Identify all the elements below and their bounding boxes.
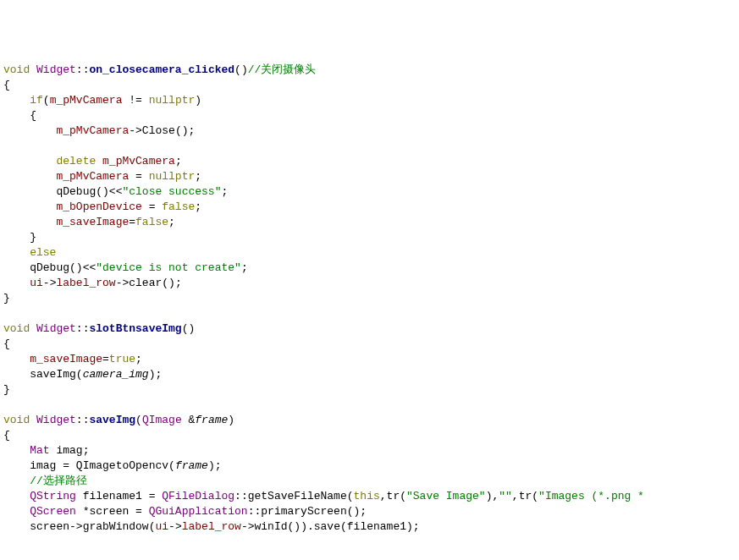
kw-if: if xyxy=(3,94,43,107)
brace: { xyxy=(3,79,10,91)
op: ()<< xyxy=(69,261,96,274)
comma: , xyxy=(512,490,519,502)
fn-call: saveImg xyxy=(30,368,76,381)
fn-call: winId xyxy=(255,520,288,533)
bool: false xyxy=(162,200,195,213)
var: screen xyxy=(30,520,69,533)
paren: ( xyxy=(43,94,50,107)
member-var: m_pMvCamera xyxy=(56,170,129,183)
scope-op: :: xyxy=(248,505,262,518)
paren: ()). xyxy=(288,520,314,533)
indent xyxy=(3,277,30,289)
arrow: -> xyxy=(116,277,130,289)
var: imag xyxy=(30,459,56,472)
arrow: -> xyxy=(129,124,142,137)
op: & xyxy=(182,414,196,426)
comment: //关闭摄像头 xyxy=(248,63,317,76)
semi: ; xyxy=(195,200,201,213)
fn-call: grabWindow xyxy=(83,520,149,533)
indent xyxy=(3,475,30,487)
sp xyxy=(96,155,102,167)
semi: ; xyxy=(195,170,201,183)
param: frame xyxy=(175,459,208,472)
fn-call: qDebug xyxy=(56,185,96,198)
paren: (); xyxy=(175,124,195,137)
op: ()<< xyxy=(96,185,122,198)
op: = xyxy=(56,459,75,472)
arrow: -> xyxy=(168,520,182,533)
cls-name: Widget xyxy=(36,414,76,426)
paren: ( xyxy=(347,490,354,502)
member-var: m_pMvCamera xyxy=(102,155,175,167)
fn-name: saveImg xyxy=(89,414,135,426)
op: = xyxy=(142,200,162,213)
param: camera_img xyxy=(83,368,149,381)
brace: } xyxy=(3,383,10,396)
paren: ), xyxy=(486,490,499,502)
fn-call: tr xyxy=(387,490,400,502)
indent xyxy=(3,368,30,381)
string: "device is not create" xyxy=(96,261,241,274)
op: != xyxy=(122,94,148,107)
brace: } xyxy=(3,292,10,305)
type: QImage xyxy=(142,414,182,426)
paren: (); xyxy=(347,505,367,518)
semi: ; xyxy=(168,216,175,228)
paren: ); xyxy=(406,520,420,533)
indent xyxy=(3,444,30,457)
paren: ( xyxy=(135,414,142,426)
fn-call: getSaveFileName xyxy=(248,490,347,502)
fn-call: qDebug xyxy=(30,261,69,274)
method-call: clear xyxy=(129,277,162,289)
kw-void: void xyxy=(3,63,30,76)
member-var: m_pMvCamera xyxy=(56,124,129,137)
type: QString xyxy=(30,490,76,502)
type: QScreen xyxy=(30,505,76,518)
indent xyxy=(3,216,56,228)
paren: ( xyxy=(400,490,406,502)
sp xyxy=(76,490,83,502)
indent xyxy=(3,490,30,502)
brace: { xyxy=(3,109,36,122)
semi: ; xyxy=(175,155,182,167)
paren: ( xyxy=(532,490,538,502)
indent xyxy=(3,505,30,518)
indent xyxy=(3,246,30,259)
indent xyxy=(3,353,30,365)
member-var: m_pMvCamera xyxy=(50,94,123,107)
paren: () xyxy=(234,63,248,76)
scope-op: :: xyxy=(76,63,90,76)
member-var: label_row xyxy=(56,277,115,289)
indent xyxy=(3,124,56,137)
bool: false xyxy=(135,216,168,228)
fn-call: QImagetoOpencv xyxy=(76,459,168,472)
kw-void: void xyxy=(3,322,30,335)
kw-void: void xyxy=(3,414,30,426)
cls-name: Widget xyxy=(36,63,76,76)
kw-nullptr: nullptr xyxy=(149,94,196,107)
indent xyxy=(3,520,30,533)
cls-name: Widget xyxy=(36,322,76,335)
fn-name: on_closecamera_clicked xyxy=(89,63,234,76)
member-var: ui xyxy=(155,520,168,533)
paren: ( xyxy=(168,459,175,472)
indent xyxy=(3,261,30,274)
op: = xyxy=(129,170,148,183)
var: filename1 xyxy=(347,520,406,533)
bool: true xyxy=(109,353,135,365)
type: Mat xyxy=(30,444,49,457)
string: "close success" xyxy=(122,185,221,198)
scope-op: :: xyxy=(76,414,90,426)
string: "Images (*.png * xyxy=(538,490,644,502)
op: = xyxy=(129,505,148,518)
indent xyxy=(3,200,56,213)
comment: //选择路径 xyxy=(30,475,87,487)
semi: ; xyxy=(135,353,142,365)
kw-nullptr: nullptr xyxy=(149,170,196,183)
arrow: -> xyxy=(241,520,255,533)
arrow: -> xyxy=(43,277,57,289)
indent xyxy=(3,170,56,183)
member-var: ui xyxy=(30,277,43,289)
paren: ); xyxy=(208,459,222,472)
paren: ) xyxy=(228,414,234,426)
